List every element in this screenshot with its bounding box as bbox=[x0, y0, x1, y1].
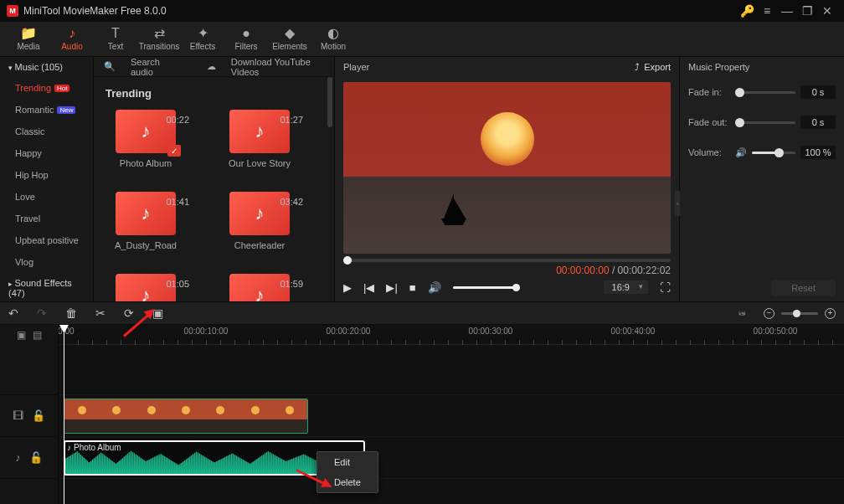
download-icon[interactable]: ☁ bbox=[207, 61, 216, 72]
fullscreen-icon[interactable]: ⛶ bbox=[660, 281, 671, 294]
audio-track-thumb[interactable]: ♪ 01:05 Challenge bbox=[102, 274, 189, 301]
playback-time: 00:00:00:00 / 00:00:22:02 bbox=[335, 262, 679, 276]
tab-label: Transitions bbox=[139, 42, 180, 51]
time-total: 00:00:22:02 bbox=[618, 265, 671, 276]
tab-transitions[interactable]: ⇄Transitions bbox=[137, 22, 181, 56]
tab-audio[interactable]: ♪Audio bbox=[50, 22, 94, 56]
delete-icon[interactable]: 🗑 bbox=[65, 306, 77, 320]
sidebar-item-trending[interactable]: TrendingHot bbox=[0, 77, 93, 99]
zoom-in-icon[interactable]: + bbox=[825, 308, 836, 319]
audio-track-thumb[interactable]: ♪ 03:42 Cheerleader bbox=[216, 192, 303, 250]
context-edit[interactable]: Edit bbox=[317, 452, 378, 472]
ruler-label: 00:00:20:00 bbox=[327, 327, 371, 336]
audio-track-thumb[interactable]: ♪ 00:22 Photo Album bbox=[102, 110, 189, 168]
zoom-out-icon[interactable]: − bbox=[764, 308, 775, 319]
player-preview[interactable] bbox=[343, 82, 671, 254]
ruler-label: 00:00:30:00 bbox=[469, 327, 513, 336]
sidebar-item-label: Happy bbox=[15, 148, 42, 158]
player-volume-slider[interactable] bbox=[453, 286, 520, 289]
tab-filters[interactable]: ●Filters bbox=[224, 22, 268, 56]
menu-icon[interactable]: ≡ bbox=[757, 1, 777, 21]
fadeout-value[interactable]: 0 s bbox=[800, 116, 836, 129]
timeline-expand-icon[interactable]: ▤ bbox=[33, 329, 42, 341]
fadein-value[interactable]: 0 s bbox=[800, 85, 836, 99]
aspect-ratio-select[interactable]: 16:9 bbox=[604, 280, 648, 294]
export-button[interactable]: ⤴ Export bbox=[635, 62, 671, 72]
panel-collapse-icon[interactable]: › bbox=[675, 191, 680, 216]
download-youtube-link[interactable]: Download YouTube Videos bbox=[231, 57, 324, 77]
timeline-collapse-icon[interactable]: ▣ bbox=[17, 329, 26, 341]
search-icon[interactable]: 🔍 bbox=[104, 61, 116, 72]
sidebar-item-love[interactable]: Love bbox=[0, 186, 93, 208]
fadeout-label: Fade out: bbox=[688, 117, 730, 127]
volume-icon[interactable]: 🔊 bbox=[428, 281, 441, 294]
audio-lock-icon[interactable]: 🔓 bbox=[29, 451, 43, 464]
track-duration: 00:22 bbox=[166, 115, 189, 125]
zoom-slider[interactable] bbox=[781, 312, 818, 315]
reset-button[interactable]: Reset bbox=[771, 280, 836, 296]
ruler-label: 00:00:40:00 bbox=[611, 327, 656, 336]
maximize-icon[interactable]: ❐ bbox=[797, 1, 817, 21]
ruler-label: 00:00:10:00 bbox=[184, 327, 229, 336]
audio-track-thumb[interactable]: ♪ 01:41 A_Dusty_Road bbox=[102, 192, 189, 250]
transitions-icon: ⇄ bbox=[154, 27, 165, 40]
fadein-slider[interactable] bbox=[735, 91, 795, 94]
license-key-icon[interactable]: 🔑 bbox=[737, 1, 757, 21]
sidebar-item-label: Classic bbox=[15, 126, 44, 136]
sidebar-sfx-head[interactable]: Sound Effects (47) bbox=[0, 273, 93, 301]
audio-track-thumb[interactable]: ♪ 01:59 Baby bbox=[216, 274, 303, 301]
tab-text[interactable]: TText bbox=[94, 22, 137, 56]
app-title: MiniTool MovieMaker Free 8.0.0 bbox=[23, 5, 737, 17]
titlebar: M MiniTool MovieMaker Free 8.0.0 🔑 ≡ — ❐… bbox=[0, 0, 844, 22]
stop-icon[interactable]: ■ bbox=[409, 281, 416, 294]
fit-icon[interactable]: ⎃ bbox=[738, 306, 745, 320]
sidebar-item-happy[interactable]: Happy bbox=[0, 142, 93, 164]
text-icon: T bbox=[111, 27, 120, 40]
next-frame-icon[interactable]: ▶| bbox=[386, 281, 397, 294]
prop-volume-slider[interactable] bbox=[752, 152, 795, 154]
playback-slider[interactable] bbox=[343, 259, 671, 262]
split-icon[interactable]: ✂ bbox=[95, 306, 106, 320]
sidebar-item-vlog[interactable]: Vlog bbox=[0, 251, 93, 273]
close-icon[interactable]: ✕ bbox=[817, 1, 837, 21]
filters-icon: ● bbox=[242, 27, 250, 40]
app-logo-icon: M bbox=[7, 5, 18, 17]
sidebar-item-travel[interactable]: Travel bbox=[0, 208, 93, 229]
sidebar-item-label: Travel bbox=[15, 213, 40, 224]
prev-frame-icon[interactable]: |◀ bbox=[363, 281, 374, 294]
play-icon[interactable]: ▶ bbox=[343, 281, 352, 294]
sidebar-item-hip-hop[interactable]: Hip Hop bbox=[0, 164, 93, 186]
sidebar-item-label: Upbeat positive bbox=[15, 235, 79, 245]
video-clip[interactable]: 🎞1› bbox=[64, 399, 308, 434]
library-scrollbar[interactable] bbox=[327, 77, 332, 300]
main-tabs: 📁Media♪AudioTText⇄Transitions✦Effects●Fi… bbox=[0, 22, 844, 57]
video-lock-icon[interactable]: 🔓 bbox=[32, 409, 45, 422]
minimize-icon[interactable]: — bbox=[777, 1, 797, 21]
playhead[interactable] bbox=[64, 325, 64, 504]
player-title: Player bbox=[343, 62, 369, 72]
time-current: 00:00:00:00 bbox=[556, 265, 609, 276]
sidebar-music-head[interactable]: Music (105) bbox=[0, 57, 93, 77]
search-audio-link[interactable]: Search audio bbox=[131, 57, 177, 77]
redo-icon[interactable]: ↷ bbox=[37, 306, 47, 320]
volume-value[interactable]: 100 % bbox=[800, 146, 836, 159]
sidebar-item-romantic[interactable]: RomanticNew bbox=[0, 99, 93, 121]
speaker-icon[interactable]: 🔊 bbox=[735, 147, 747, 158]
sidebar-item-classic[interactable]: Classic bbox=[0, 121, 93, 142]
badge-new: New bbox=[57, 106, 75, 114]
audio-track-thumb[interactable]: ♪ 01:27 Our Love Story bbox=[216, 110, 303, 168]
audio-track-icon[interactable]: ♪ bbox=[15, 451, 21, 464]
tab-label: Text bbox=[108, 42, 123, 51]
speed-icon[interactable]: ⟳ bbox=[124, 306, 134, 320]
fadeout-slider[interactable] bbox=[735, 121, 795, 124]
track-duration: 01:59 bbox=[280, 279, 303, 289]
ruler-label: 00:00:50:00 bbox=[754, 327, 798, 336]
tab-label: Media bbox=[17, 42, 39, 51]
undo-icon[interactable]: ↶ bbox=[8, 306, 18, 320]
tab-effects[interactable]: ✦Effects bbox=[181, 22, 224, 56]
tab-elements[interactable]: ◆Elements bbox=[268, 22, 311, 56]
tab-media[interactable]: 📁Media bbox=[7, 22, 50, 56]
tab-motion[interactable]: ◐Motion bbox=[311, 22, 355, 56]
sidebar-item-upbeat-positive[interactable]: Upbeat positive bbox=[0, 229, 93, 251]
video-track-icon[interactable]: 🎞 bbox=[13, 409, 23, 422]
